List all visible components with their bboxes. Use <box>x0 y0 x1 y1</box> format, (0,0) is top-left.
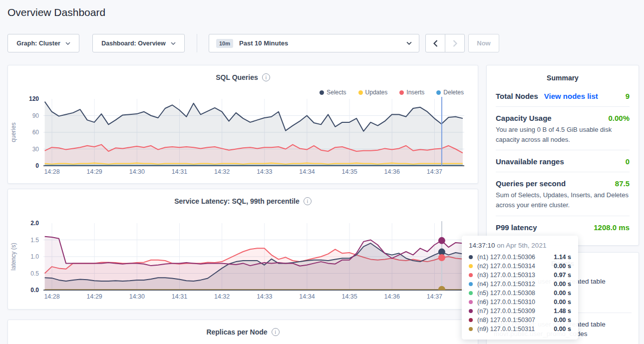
y-tick-label: 120 <box>29 95 39 102</box>
series-dot-icon <box>469 282 473 286</box>
hover-dot <box>438 237 445 244</box>
tooltip-node-value: 0.00 s <box>554 263 571 270</box>
x-tick-label: 14:35 <box>341 168 357 175</box>
summary-title: Summary <box>487 65 639 85</box>
view-nodes-list-link[interactable]: View nodes list <box>544 92 598 100</box>
y-axis-title: queries <box>10 122 17 142</box>
tooltip-node-address: (n7) 127.0.0.1:50309 <box>477 308 535 315</box>
info-icon[interactable]: i <box>304 197 312 205</box>
x-tick-label: 14:32 <box>214 293 230 300</box>
time-range-badge: 10m <box>216 39 233 48</box>
legend-label: Updates <box>365 89 388 96</box>
dashboard-selector-dropdown[interactable]: Dashboard: Overview <box>92 34 185 52</box>
summary-metric-row: Queries per second87.5 <box>496 172 630 189</box>
tooltip-node-value: 0.00 s <box>554 281 571 288</box>
summary-metric-label: Total Nodes <box>496 92 538 100</box>
hover-dot <box>438 286 445 293</box>
tooltip-node-row: (n8) 127.0.0.1:503070.00 s <box>469 316 571 325</box>
x-tick-label: 14:29 <box>87 168 102 175</box>
chevron-down-icon <box>65 42 70 45</box>
replicas-per-node-card: Replicas per Node i <box>7 320 478 344</box>
x-tick-label: 14:30 <box>129 168 145 175</box>
tooltip-node-address: (n4) 127.0.0.1:50312 <box>477 281 535 288</box>
summary-metric: Total NodesView nodes list9 <box>496 85 630 101</box>
summary-rows: Total NodesView nodes list9Capacity Usag… <box>487 85 639 233</box>
legend-dot-icon <box>320 90 324 95</box>
tooltip-node-address: (n9) 127.0.0.1:50311 <box>477 326 535 333</box>
tooltip-node-row: (n7) 127.0.0.1:503091.48 s <box>469 307 571 316</box>
summary-metric-label: Unavailable ranges <box>496 157 564 166</box>
chevron-left-icon <box>433 40 438 47</box>
legend-item[interactable]: Selects <box>320 89 346 96</box>
y-tick-label: 1.5 <box>30 237 39 244</box>
tooltip-node-row: (n6) 127.0.0.1:503100.00 s <box>469 298 571 307</box>
summary-metric: Capacity Usage0.00%You are using 0 B of … <box>496 107 630 145</box>
series-dot-icon <box>469 255 473 259</box>
x-tick-label: 14:36 <box>384 293 400 300</box>
summary-metric-description: Sum of Selects, Updates, Inserts, and De… <box>496 190 630 210</box>
toolbar-divider <box>197 34 197 52</box>
page-title: Overview Dashboard <box>7 6 105 18</box>
summary-metric: Queries per second87.5Sum of Selects, Up… <box>496 172 630 210</box>
summary-metric-row: Unavailable ranges0 <box>496 150 630 167</box>
legend-dot-icon <box>436 90 441 95</box>
time-forward-button[interactable] <box>445 34 465 52</box>
x-tick-label: 14:33 <box>257 168 272 175</box>
tooltip-header: 14:37:10 on Apr 5th, 2021 <box>469 242 571 249</box>
legend-label: Selects <box>326 89 346 96</box>
info-icon[interactable]: i <box>272 328 280 336</box>
x-tick-label: 14:31 <box>172 168 187 175</box>
y-tick-label: 0.0 <box>30 287 39 294</box>
tooltip-node-value: 1.48 s <box>554 308 571 315</box>
time-range-picker[interactable]: 10m Past 10 Minutes <box>209 34 419 52</box>
sql-queries-title: SQL Queries i <box>8 73 478 81</box>
series-dot-icon <box>469 309 473 313</box>
chart-hover-tooltip: 14:37:10 on Apr 5th, 2021 (n1) 127.0.0.1… <box>462 236 578 340</box>
tooltip-node-address: (n6) 127.0.0.1:50310 <box>477 299 535 306</box>
summary-metric-description: You are using 0 B of 4.5 GiB usable disk… <box>496 125 630 145</box>
tooltip-time: 14:37:10 <box>469 242 495 249</box>
y-tick-label: 0.5 <box>30 270 39 277</box>
chart-title-text: Replicas per Node <box>206 328 267 336</box>
tooltip-node-row: (n2) 127.0.0.1:503140.00 s <box>469 262 571 271</box>
tooltip-date: on Apr 5th, 2021 <box>495 242 547 249</box>
x-tick-label: 14:29 <box>87 293 102 300</box>
chevron-right-icon <box>453 40 457 47</box>
chevron-down-icon <box>406 41 412 45</box>
service-latency-card: Service Latency: SQL, 99th percentile i … <box>7 189 478 310</box>
legend-item[interactable]: Inserts <box>399 89 424 96</box>
info-icon[interactable]: i <box>262 73 270 81</box>
replicas-title: Replicas per Node i <box>8 328 478 336</box>
y-tick-label: 30 <box>32 146 39 153</box>
summary-metric-value: 0 <box>626 157 630 166</box>
summary-metric-row: Capacity Usage0.00% <box>496 107 630 123</box>
now-button[interactable]: Now <box>468 34 499 52</box>
tooltip-node-address: (n2) 127.0.0.1:50314 <box>477 263 535 270</box>
x-tick-label: 14:33 <box>257 293 272 300</box>
service-latency-title: Service Latency: SQL, 99th percentile i <box>8 197 478 205</box>
tooltip-node-value: 0.00 s <box>554 317 571 324</box>
summary-panel: Summary Total NodesView nodes list9Capac… <box>486 65 639 246</box>
latency-chart[interactable]: 0.00.51.01.52.014:2814:2914:3014:3114:32… <box>8 215 478 310</box>
tooltip-node-address: (n1) 127.0.0.1:50306 <box>477 254 535 261</box>
summary-metric-label: Queries per second <box>496 179 566 188</box>
sql-queries-legend: SelectsUpdatesInsertsDeletes <box>320 89 464 96</box>
summary-metric-row: P99 latency1208.0 ms <box>496 216 630 233</box>
time-back-button[interactable] <box>425 34 445 52</box>
summary-metric-row: Total NodesView nodes list9 <box>496 85 630 101</box>
legend-item[interactable]: Updates <box>358 89 388 96</box>
y-tick-label: 60 <box>32 129 39 136</box>
x-tick-label: 14:32 <box>214 168 230 175</box>
tooltip-node-row: (n4) 127.0.0.1:503120.00 s <box>469 280 571 289</box>
graph-selector-label: Graph: Cluster <box>16 40 60 47</box>
summary-metric-value: 87.5 <box>615 179 630 188</box>
legend-label: Inserts <box>406 89 424 96</box>
legend-item[interactable]: Deletes <box>436 89 464 96</box>
tooltip-node-value: 0.00 s <box>554 290 571 297</box>
y-tick-label: 2.0 <box>30 220 39 227</box>
time-nav-group <box>425 34 465 52</box>
graph-selector-dropdown[interactable]: Graph: Cluster <box>7 34 79 52</box>
tooltip-node-row: (n1) 127.0.0.1:503061.14 s <box>469 253 571 262</box>
sql-queries-chart[interactable]: 030609012014:2814:2914:3014:3114:3214:33… <box>8 95 478 182</box>
summary-metric-value: 9 <box>626 92 630 100</box>
